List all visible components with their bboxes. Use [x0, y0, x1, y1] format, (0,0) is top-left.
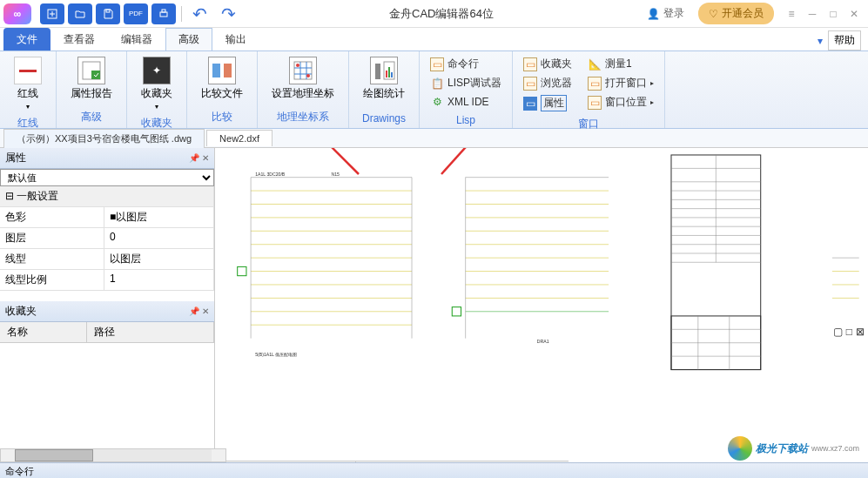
new-button[interactable] [40, 3, 64, 24]
compare-icon [208, 57, 236, 84]
drawstat-button[interactable]: 绘图统计 [353, 53, 415, 104]
svg-rect-2 [160, 12, 167, 17]
svg-rect-32 [238, 266, 246, 275]
help-button[interactable]: 帮助 [828, 30, 861, 50]
measure-icon: 📐 [588, 57, 602, 71]
watermark: 极光下载站 www.xz7.com [728, 436, 859, 461]
compare-button[interactable]: 比较文件 [191, 53, 253, 104]
table-row[interactable]: 色彩■以图层 [0, 207, 214, 228]
app-title: 金舟CAD编辑器64位 [243, 6, 640, 22]
svg-rect-1 [106, 10, 110, 12]
svg-point-9 [296, 64, 299, 67]
doctab-1[interactable]: （示例）XX项目3号宿舍楼电气图纸 .dwg [3, 129, 205, 148]
svg-text:N15: N15 [332, 172, 340, 177]
svg-text:1A1L 3DC20/B: 1A1L 3DC20/B [255, 172, 286, 177]
table-row[interactable]: 线型比例1 [0, 270, 214, 291]
winpos-button[interactable]: ▭窗口位置 ▸ [582, 93, 659, 111]
redline-icon [14, 57, 42, 84]
doctab-2[interactable]: New2.dxf [206, 130, 273, 146]
geo-button[interactable]: 设置地理坐标 [261, 53, 345, 104]
group-label-window: 窗口 [516, 115, 661, 133]
undo-button[interactable]: ↶ [185, 3, 214, 24]
props-section[interactable]: ⊟ 一般设置 [0, 186, 214, 206]
openwin-button[interactable]: ▭打开窗口 ▸ [582, 74, 659, 92]
browser-icon: ▭ [523, 77, 537, 91]
tab-advanced[interactable]: 高级 [165, 28, 212, 50]
svg-text:5(B)1A1L 低压配电图: 5(B)1A1L 低压配电图 [255, 352, 297, 357]
watermark-icon [728, 436, 752, 461]
props-button[interactable]: ▭属性 [518, 93, 577, 113]
cmdline-button[interactable]: ▭命令行 [425, 55, 507, 73]
svg-rect-3 [162, 10, 165, 12]
xml-ide-button[interactable]: ⚙XML IDE [425, 93, 507, 111]
svg-rect-47 [452, 307, 461, 316]
svg-rect-6 [212, 64, 220, 77]
group-label-geo: 地理坐标系 [261, 108, 345, 126]
login-button[interactable]: 👤登录 [640, 6, 691, 21]
svg-rect-11 [375, 64, 380, 79]
openwin-icon: ▭ [588, 77, 602, 91]
tab-viewer[interactable]: 查看器 [50, 28, 108, 50]
pin-icon[interactable]: 📌 ✕ [189, 153, 209, 163]
redline-button[interactable]: 红线▾ [3, 53, 52, 114]
props-panel-header: 属性📌 ✕ [0, 148, 214, 169]
group-label-lisp: Lisp [423, 112, 508, 128]
tab-file[interactable]: 文件 [3, 28, 50, 50]
canvas-close-icon[interactable]: ⊠ [856, 326, 865, 338]
winpos-icon: ▭ [588, 96, 602, 110]
minimize-button[interactable]: ─ [802, 3, 823, 24]
lisp-icon: 📋 [430, 77, 444, 91]
dropdown-icon[interactable]: ▾ [818, 35, 823, 47]
svg-rect-7 [224, 64, 232, 77]
group-label-advanced: 高级 [60, 108, 123, 126]
svg-point-10 [306, 74, 310, 77]
app-logo: ∞ [3, 3, 31, 24]
close-button[interactable]: ✕ [844, 3, 865, 24]
tab-output[interactable]: 输出 [212, 28, 259, 50]
props-combo[interactable]: 默认值 [0, 169, 214, 186]
drawing-canvas[interactable]: ▢□⊠ 1A1L 3DC20/BN15 5(B)1A1L 低压配电图 DRA1 [215, 148, 868, 457]
svg-rect-15 [391, 72, 393, 77]
lisp-debug-button[interactable]: 📋LISP调试器 [425, 74, 507, 92]
pin-icon[interactable]: 📌 ✕ [189, 306, 209, 316]
svg-rect-13 [386, 71, 387, 77]
maximize-button[interactable]: □ [823, 3, 844, 24]
svg-text:DRA1: DRA1 [537, 339, 549, 344]
panel-hscrollbar[interactable] [0, 448, 226, 462]
command-line[interactable]: 命令行 [0, 462, 868, 478]
tab-editor[interactable]: 编辑器 [108, 28, 165, 50]
heart-icon: ♡ [709, 8, 718, 20]
save-button[interactable] [96, 3, 120, 24]
fav-panel-header: 收藏夹📌 ✕ [0, 301, 214, 322]
geo-icon [289, 57, 317, 84]
measure-button[interactable]: 📐测量1 [582, 55, 659, 73]
table-row[interactable]: 线型以图层 [0, 249, 214, 270]
favorites-big-button[interactable]: ✦收藏夹▾ [131, 53, 183, 114]
group-label-drawings: Drawings [353, 111, 415, 126]
redo-button[interactable]: ↷ [214, 3, 243, 24]
open-button[interactable] [68, 3, 92, 24]
menu-button[interactable]: ≡ [781, 3, 802, 24]
fav-win-icon: ▭ [523, 57, 537, 71]
fav-columns: 名称路径 [0, 322, 214, 343]
cmd-icon: ▭ [430, 57, 444, 71]
attr-report-button[interactable]: 属性报告 [60, 53, 123, 104]
favorites-icon: ✦ [143, 57, 171, 84]
fav-win-button[interactable]: ▭收藏夹 [518, 55, 577, 73]
browser-button[interactable]: ▭浏览器 [518, 74, 577, 92]
group-label-compare: 比较 [191, 108, 253, 126]
svg-rect-5 [91, 71, 100, 79]
canvas-max-icon[interactable]: □ [846, 326, 852, 338]
vip-button[interactable]: ♡开通会员 [698, 3, 774, 24]
canvas-restore-icon[interactable]: ▢ [833, 326, 843, 338]
user-icon: 👤 [647, 8, 660, 20]
print-button[interactable] [151, 3, 176, 24]
svg-rect-14 [388, 67, 390, 77]
props-icon: ▭ [523, 97, 537, 111]
pdf-button[interactable]: PDF [124, 3, 148, 24]
stats-icon [370, 57, 398, 84]
table-row[interactable]: 图层0 [0, 228, 214, 249]
report-icon [77, 57, 105, 84]
xml-icon: ⚙ [430, 95, 444, 109]
